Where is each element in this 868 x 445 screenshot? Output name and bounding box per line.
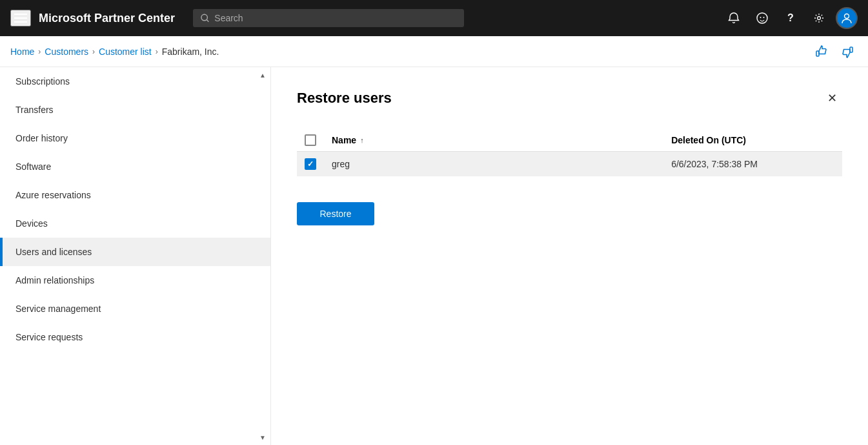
sidebar-item-users-and-licenses[interactable]: Users and licenses bbox=[0, 238, 270, 266]
breadcrumb-home[interactable]: Home bbox=[10, 47, 34, 57]
sidebar-scroll-down[interactable]: ▼ bbox=[257, 432, 268, 442]
svg-point-4 bbox=[763, 17, 765, 18]
sidebar-scroll-up[interactable]: ▲ bbox=[257, 70, 268, 80]
svg-rect-8 bbox=[850, 47, 853, 52]
svg-point-5 bbox=[818, 17, 821, 20]
breadcrumb-actions bbox=[811, 41, 858, 62]
breadcrumb-sep-3: › bbox=[156, 47, 158, 56]
breadcrumb-customer-list[interactable]: Customer list bbox=[99, 47, 152, 57]
breadcrumb: Home › Customers › Customer list › Fabri… bbox=[0, 36, 868, 67]
thumbs-up-icon bbox=[814, 45, 829, 59]
search-box bbox=[193, 9, 464, 27]
bell-icon bbox=[727, 12, 740, 25]
breadcrumb-sep-2: › bbox=[92, 47, 95, 56]
app-title: Microsoft Partner Center bbox=[39, 12, 175, 25]
notification-bell-button[interactable] bbox=[722, 6, 745, 30]
table-header-row: Name ↑ Deleted On (UTC) bbox=[297, 129, 842, 152]
svg-point-2 bbox=[757, 13, 767, 23]
restore-button[interactable]: Restore bbox=[297, 202, 374, 225]
topnav: Microsoft Partner Center ? bbox=[0, 0, 868, 36]
smiley-icon bbox=[756, 12, 769, 25]
restore-table: Name ↑ Deleted On (UTC) greg6/6/2023, 7:… bbox=[297, 129, 842, 176]
row-checkbox-cell bbox=[297, 152, 324, 177]
topnav-icon-group: ? bbox=[722, 6, 858, 30]
checkbox-greg[interactable] bbox=[305, 158, 316, 170]
avatar-icon bbox=[840, 12, 853, 25]
sidebar-item-admin-relationships[interactable]: Admin relationships bbox=[0, 266, 270, 295]
dialog-title: Restore users bbox=[297, 90, 392, 107]
col-name-label: Name bbox=[332, 135, 356, 145]
settings-button[interactable] bbox=[807, 6, 831, 30]
sidebar-item-service-management[interactable]: Service management bbox=[0, 295, 270, 323]
feedback-button[interactable] bbox=[751, 6, 774, 30]
breadcrumb-customers[interactable]: Customers bbox=[45, 47, 88, 57]
sidebar-item-subscriptions[interactable]: Subscriptions bbox=[0, 67, 270, 96]
help-button[interactable]: ? bbox=[779, 6, 802, 30]
main-layout: ▲ SubscriptionsTransfersOrder historySof… bbox=[0, 67, 868, 445]
sidebar-item-service-requests[interactable]: Service requests bbox=[0, 323, 270, 351]
col-header-deleted-on: Deleted On (UTC) bbox=[663, 129, 842, 152]
help-icon: ? bbox=[787, 12, 794, 24]
user-avatar[interactable] bbox=[836, 7, 858, 29]
sort-icon[interactable]: ↑ bbox=[360, 136, 364, 144]
thumbs-up-button[interactable] bbox=[811, 41, 832, 62]
sidebar-item-devices[interactable]: Devices bbox=[0, 209, 270, 238]
search-input[interactable] bbox=[214, 13, 456, 23]
col-header-checkbox bbox=[297, 129, 324, 152]
svg-point-3 bbox=[760, 17, 762, 18]
close-icon: ✕ bbox=[827, 91, 837, 105]
sidebar-item-software[interactable]: Software bbox=[0, 152, 270, 181]
thumbs-down-button[interactable] bbox=[837, 41, 858, 62]
svg-point-6 bbox=[845, 14, 849, 19]
hamburger-menu[interactable] bbox=[10, 10, 31, 26]
row-deleted-on: 6/6/2023, 7:58:38 PM bbox=[663, 152, 842, 177]
sidebar-item-azure-reservations[interactable]: Azure reservations bbox=[0, 181, 270, 209]
search-icon bbox=[201, 14, 209, 23]
table-row: greg6/6/2023, 7:58:38 PM bbox=[297, 152, 842, 177]
svg-line-1 bbox=[207, 20, 209, 22]
svg-rect-7 bbox=[816, 51, 819, 56]
close-button[interactable]: ✕ bbox=[822, 88, 842, 109]
gear-icon bbox=[812, 12, 825, 25]
sidebar-item-transfers[interactable]: Transfers bbox=[0, 96, 270, 124]
row-name: greg bbox=[324, 152, 663, 177]
thumbs-down-icon bbox=[840, 45, 854, 59]
breadcrumb-sep-1: › bbox=[38, 47, 41, 56]
dialog-header: Restore users ✕ bbox=[297, 88, 842, 109]
select-all-checkbox[interactable] bbox=[305, 134, 316, 146]
breadcrumb-current: Fabrikam, Inc. bbox=[162, 47, 219, 57]
main-content: Restore users ✕ Name ↑ bbox=[271, 67, 868, 445]
col-header-name: Name ↑ bbox=[324, 129, 663, 152]
sidebar: ▲ SubscriptionsTransfersOrder historySof… bbox=[0, 67, 271, 445]
svg-point-0 bbox=[201, 14, 207, 20]
sidebar-item-order-history[interactable]: Order history bbox=[0, 124, 270, 152]
